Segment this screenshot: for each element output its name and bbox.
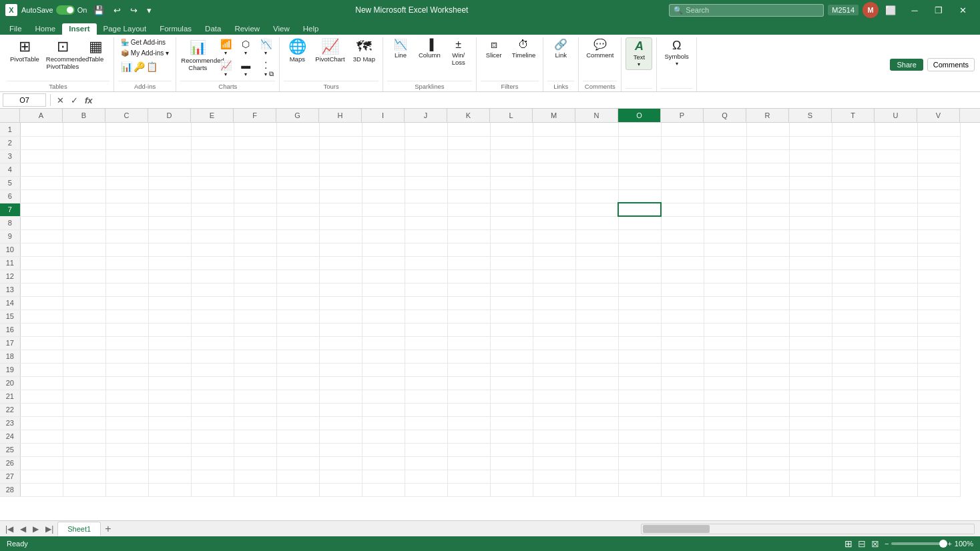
col-header-j[interactable]: J: [405, 109, 447, 122]
cell-Q23[interactable]: [704, 416, 746, 430]
cell-C8[interactable]: [105, 216, 148, 229]
cell-C2[interactable]: [105, 136, 148, 149]
cell-E17[interactable]: [191, 336, 234, 350]
cell-T26[interactable]: [832, 456, 875, 470]
cell-A24[interactable]: [20, 430, 63, 443]
cell-H2[interactable]: [319, 136, 362, 149]
cell-Q12[interactable]: [704, 269, 746, 283]
cell-Q3[interactable]: [704, 149, 746, 163]
cell-P23[interactable]: [661, 416, 704, 430]
cell-U8[interactable]: [875, 216, 917, 229]
cell-B26[interactable]: [63, 456, 105, 470]
cell-D18[interactable]: [148, 350, 191, 363]
cell-I15[interactable]: [362, 310, 405, 323]
cell-M20[interactable]: [533, 376, 575, 390]
cell-R12[interactable]: [746, 269, 789, 283]
cell-O15[interactable]: [618, 310, 661, 323]
cell-O24[interactable]: [618, 430, 661, 443]
cell-K19[interactable]: [447, 363, 490, 376]
recommended-pivot-button[interactable]: ⊡ Recommended PivotTables: [44, 37, 81, 73]
cell-B28[interactable]: [63, 483, 105, 496]
cell-D27[interactable]: [148, 470, 191, 483]
row-num-19[interactable]: 19: [0, 363, 20, 376]
cell-N26[interactable]: [575, 456, 618, 470]
cell-Q7[interactable]: [704, 203, 746, 216]
cell-L6[interactable]: [490, 189, 533, 203]
cell-Q16[interactable]: [704, 323, 746, 336]
share-button[interactable]: Share: [890, 59, 923, 71]
row-num-20[interactable]: 20: [0, 376, 20, 390]
cell-F24[interactable]: [234, 430, 276, 443]
row-num-14[interactable]: 14: [0, 296, 20, 310]
cell-V11[interactable]: [917, 256, 960, 269]
cell-U17[interactable]: [875, 336, 917, 350]
col-header-s[interactable]: S: [789, 109, 832, 122]
cell-P17[interactable]: [661, 336, 704, 350]
cell-C28[interactable]: [105, 483, 148, 496]
cell-J9[interactable]: [405, 229, 447, 243]
cell-A8[interactable]: [20, 216, 63, 229]
cell-K5[interactable]: [447, 176, 490, 189]
cell-C20[interactable]: [105, 376, 148, 390]
cell-P6[interactable]: [661, 189, 704, 203]
cell-F8[interactable]: [234, 216, 276, 229]
horizontal-scrollbar[interactable]: [641, 524, 975, 534]
cell-G11[interactable]: [276, 256, 319, 269]
cell-B16[interactable]: [63, 323, 105, 336]
3d-map-button[interactable]: 🗺 3D Map: [350, 37, 379, 65]
cell-G24[interactable]: [276, 430, 319, 443]
cell-A4[interactable]: [20, 163, 63, 176]
cell-M27[interactable]: [533, 470, 575, 483]
cell-U1[interactable]: [875, 123, 917, 136]
cell-E12[interactable]: [191, 269, 234, 283]
cell-N7[interactable]: [575, 203, 618, 216]
cell-E26[interactable]: [191, 456, 234, 470]
cell-R27[interactable]: [746, 470, 789, 483]
cell-T1[interactable]: [832, 123, 875, 136]
cell-J7[interactable]: [405, 203, 447, 216]
cell-C13[interactable]: [105, 283, 148, 296]
cell-S16[interactable]: [789, 323, 832, 336]
cell-E23[interactable]: [191, 416, 234, 430]
cell-A2[interactable]: [20, 136, 63, 149]
sheet-nav-last[interactable]: ▶|: [43, 523, 56, 535]
cell-F14[interactable]: [234, 296, 276, 310]
autosave-pill[interactable]: [56, 5, 75, 15]
cell-V28[interactable]: [917, 483, 960, 496]
cell-C27[interactable]: [105, 470, 148, 483]
cell-U28[interactable]: [875, 483, 917, 496]
cell-M25[interactable]: [533, 443, 575, 456]
cell-I24[interactable]: [362, 430, 405, 443]
cell-H9[interactable]: [319, 229, 362, 243]
cell-R19[interactable]: [746, 363, 789, 376]
cell-P24[interactable]: [661, 430, 704, 443]
cell-H12[interactable]: [319, 269, 362, 283]
cell-H10[interactable]: [319, 243, 362, 256]
cell-E6[interactable]: [191, 189, 234, 203]
cell-S4[interactable]: [789, 163, 832, 176]
cell-O7[interactable]: [618, 203, 661, 216]
cell-L10[interactable]: [490, 243, 533, 256]
cell-J6[interactable]: [405, 189, 447, 203]
cell-C10[interactable]: [105, 243, 148, 256]
cell-S25[interactable]: [789, 443, 832, 456]
cell-C24[interactable]: [105, 430, 148, 443]
cell-Q11[interactable]: [704, 256, 746, 269]
cell-L19[interactable]: [490, 363, 533, 376]
cell-L25[interactable]: [490, 443, 533, 456]
cell-P14[interactable]: [661, 296, 704, 310]
cell-E9[interactable]: [191, 229, 234, 243]
cell-Q6[interactable]: [704, 189, 746, 203]
page-break-view-button[interactable]: ⊠: [871, 538, 879, 549]
row-num-5[interactable]: 5: [0, 176, 20, 189]
cell-L7[interactable]: [490, 203, 533, 216]
cell-O16[interactable]: [618, 323, 661, 336]
cell-Q27[interactable]: [704, 470, 746, 483]
cell-H19[interactable]: [319, 363, 362, 376]
cell-R22[interactable]: [746, 403, 789, 416]
cell-P11[interactable]: [661, 256, 704, 269]
restore-button[interactable]: ❐: [927, 0, 951, 20]
cell-H20[interactable]: [319, 376, 362, 390]
cell-G16[interactable]: [276, 323, 319, 336]
cell-L12[interactable]: [490, 269, 533, 283]
